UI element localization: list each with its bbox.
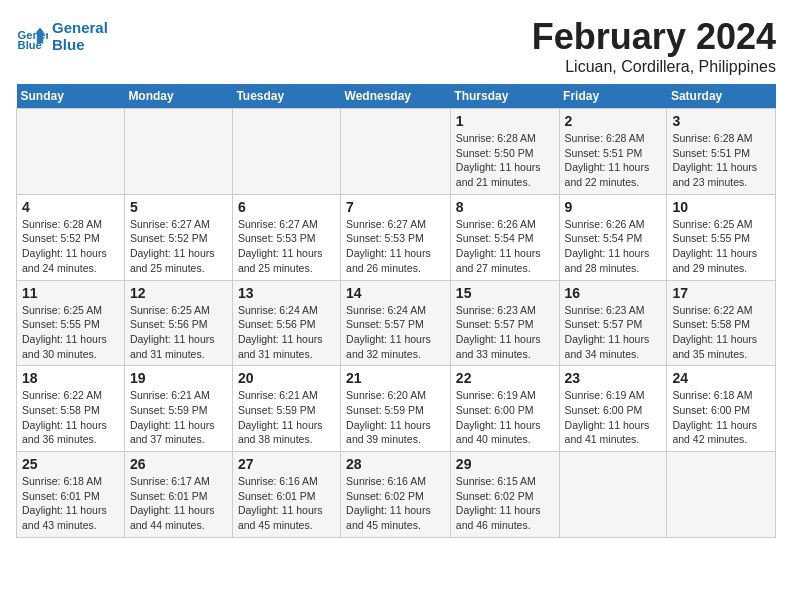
day-info: Sunrise: 6:16 AM Sunset: 6:02 PM Dayligh… xyxy=(346,474,445,533)
calendar-cell: 21Sunrise: 6:20 AM Sunset: 5:59 PM Dayli… xyxy=(341,366,451,452)
day-number: 1 xyxy=(456,113,554,129)
day-number: 20 xyxy=(238,370,335,386)
weekday-header: Tuesday xyxy=(232,84,340,109)
logo: General Blue General Blue xyxy=(16,20,108,53)
day-info: Sunrise: 6:27 AM Sunset: 5:53 PM Dayligh… xyxy=(238,217,335,276)
day-number: 15 xyxy=(456,285,554,301)
calendar-cell: 15Sunrise: 6:23 AM Sunset: 5:57 PM Dayli… xyxy=(450,280,559,366)
logo-icon: General Blue xyxy=(16,21,48,53)
day-info: Sunrise: 6:26 AM Sunset: 5:54 PM Dayligh… xyxy=(456,217,554,276)
calendar-cell xyxy=(17,109,125,195)
day-number: 19 xyxy=(130,370,227,386)
weekday-header: Friday xyxy=(559,84,667,109)
day-number: 5 xyxy=(130,199,227,215)
calendar-cell xyxy=(667,452,776,538)
calendar-cell: 11Sunrise: 6:25 AM Sunset: 5:55 PM Dayli… xyxy=(17,280,125,366)
day-info: Sunrise: 6:22 AM Sunset: 5:58 PM Dayligh… xyxy=(672,303,770,362)
calendar-cell xyxy=(124,109,232,195)
weekday-header: Thursday xyxy=(450,84,559,109)
calendar-cell: 5Sunrise: 6:27 AM Sunset: 5:52 PM Daylig… xyxy=(124,194,232,280)
day-number: 4 xyxy=(22,199,119,215)
logo-line1: General xyxy=(52,20,108,37)
day-number: 10 xyxy=(672,199,770,215)
day-number: 18 xyxy=(22,370,119,386)
day-info: Sunrise: 6:25 AM Sunset: 5:55 PM Dayligh… xyxy=(672,217,770,276)
calendar-week-row: 11Sunrise: 6:25 AM Sunset: 5:55 PM Dayli… xyxy=(17,280,776,366)
calendar-cell: 4Sunrise: 6:28 AM Sunset: 5:52 PM Daylig… xyxy=(17,194,125,280)
calendar-cell: 18Sunrise: 6:22 AM Sunset: 5:58 PM Dayli… xyxy=(17,366,125,452)
day-number: 14 xyxy=(346,285,445,301)
calendar-table: SundayMondayTuesdayWednesdayThursdayFrid… xyxy=(16,84,776,538)
day-number: 21 xyxy=(346,370,445,386)
day-info: Sunrise: 6:19 AM Sunset: 6:00 PM Dayligh… xyxy=(456,388,554,447)
day-number: 22 xyxy=(456,370,554,386)
calendar-cell: 3Sunrise: 6:28 AM Sunset: 5:51 PM Daylig… xyxy=(667,109,776,195)
page-title: February 2024 xyxy=(532,16,776,58)
day-info: Sunrise: 6:16 AM Sunset: 6:01 PM Dayligh… xyxy=(238,474,335,533)
day-number: 17 xyxy=(672,285,770,301)
day-info: Sunrise: 6:15 AM Sunset: 6:02 PM Dayligh… xyxy=(456,474,554,533)
day-info: Sunrise: 6:25 AM Sunset: 5:56 PM Dayligh… xyxy=(130,303,227,362)
day-number: 9 xyxy=(565,199,662,215)
day-info: Sunrise: 6:28 AM Sunset: 5:52 PM Dayligh… xyxy=(22,217,119,276)
calendar-cell: 7Sunrise: 6:27 AM Sunset: 5:53 PM Daylig… xyxy=(341,194,451,280)
day-number: 24 xyxy=(672,370,770,386)
calendar-week-row: 1Sunrise: 6:28 AM Sunset: 5:50 PM Daylig… xyxy=(17,109,776,195)
day-number: 26 xyxy=(130,456,227,472)
day-info: Sunrise: 6:25 AM Sunset: 5:55 PM Dayligh… xyxy=(22,303,119,362)
day-info: Sunrise: 6:28 AM Sunset: 5:50 PM Dayligh… xyxy=(456,131,554,190)
day-number: 29 xyxy=(456,456,554,472)
calendar-header: SundayMondayTuesdayWednesdayThursdayFrid… xyxy=(17,84,776,109)
calendar-cell: 8Sunrise: 6:26 AM Sunset: 5:54 PM Daylig… xyxy=(450,194,559,280)
day-info: Sunrise: 6:20 AM Sunset: 5:59 PM Dayligh… xyxy=(346,388,445,447)
calendar-cell: 20Sunrise: 6:21 AM Sunset: 5:59 PM Dayli… xyxy=(232,366,340,452)
day-info: Sunrise: 6:27 AM Sunset: 5:53 PM Dayligh… xyxy=(346,217,445,276)
day-info: Sunrise: 6:22 AM Sunset: 5:58 PM Dayligh… xyxy=(22,388,119,447)
day-info: Sunrise: 6:18 AM Sunset: 6:01 PM Dayligh… xyxy=(22,474,119,533)
calendar-cell xyxy=(341,109,451,195)
day-info: Sunrise: 6:28 AM Sunset: 5:51 PM Dayligh… xyxy=(565,131,662,190)
day-number: 6 xyxy=(238,199,335,215)
calendar-week-row: 25Sunrise: 6:18 AM Sunset: 6:01 PM Dayli… xyxy=(17,452,776,538)
calendar-cell: 29Sunrise: 6:15 AM Sunset: 6:02 PM Dayli… xyxy=(450,452,559,538)
day-number: 23 xyxy=(565,370,662,386)
calendar-cell: 27Sunrise: 6:16 AM Sunset: 6:01 PM Dayli… xyxy=(232,452,340,538)
calendar-cell: 19Sunrise: 6:21 AM Sunset: 5:59 PM Dayli… xyxy=(124,366,232,452)
calendar-cell: 23Sunrise: 6:19 AM Sunset: 6:00 PM Dayli… xyxy=(559,366,667,452)
calendar-cell: 14Sunrise: 6:24 AM Sunset: 5:57 PM Dayli… xyxy=(341,280,451,366)
day-info: Sunrise: 6:28 AM Sunset: 5:51 PM Dayligh… xyxy=(672,131,770,190)
calendar-cell: 6Sunrise: 6:27 AM Sunset: 5:53 PM Daylig… xyxy=(232,194,340,280)
logo-line2: Blue xyxy=(52,37,108,54)
weekday-header: Sunday xyxy=(17,84,125,109)
day-number: 27 xyxy=(238,456,335,472)
day-info: Sunrise: 6:18 AM Sunset: 6:00 PM Dayligh… xyxy=(672,388,770,447)
calendar-week-row: 4Sunrise: 6:28 AM Sunset: 5:52 PM Daylig… xyxy=(17,194,776,280)
day-info: Sunrise: 6:21 AM Sunset: 5:59 PM Dayligh… xyxy=(130,388,227,447)
calendar-cell: 25Sunrise: 6:18 AM Sunset: 6:01 PM Dayli… xyxy=(17,452,125,538)
calendar-cell xyxy=(559,452,667,538)
calendar-cell: 9Sunrise: 6:26 AM Sunset: 5:54 PM Daylig… xyxy=(559,194,667,280)
calendar-cell: 17Sunrise: 6:22 AM Sunset: 5:58 PM Dayli… xyxy=(667,280,776,366)
day-info: Sunrise: 6:23 AM Sunset: 5:57 PM Dayligh… xyxy=(565,303,662,362)
calendar-cell: 24Sunrise: 6:18 AM Sunset: 6:00 PM Dayli… xyxy=(667,366,776,452)
calendar-cell: 22Sunrise: 6:19 AM Sunset: 6:00 PM Dayli… xyxy=(450,366,559,452)
day-number: 8 xyxy=(456,199,554,215)
day-info: Sunrise: 6:24 AM Sunset: 5:57 PM Dayligh… xyxy=(346,303,445,362)
day-number: 13 xyxy=(238,285,335,301)
calendar-cell: 10Sunrise: 6:25 AM Sunset: 5:55 PM Dayli… xyxy=(667,194,776,280)
calendar-week-row: 18Sunrise: 6:22 AM Sunset: 5:58 PM Dayli… xyxy=(17,366,776,452)
calendar-cell: 12Sunrise: 6:25 AM Sunset: 5:56 PM Dayli… xyxy=(124,280,232,366)
day-number: 2 xyxy=(565,113,662,129)
page-subtitle: Licuan, Cordillera, Philippines xyxy=(532,58,776,76)
day-info: Sunrise: 6:19 AM Sunset: 6:00 PM Dayligh… xyxy=(565,388,662,447)
title-block: February 2024 Licuan, Cordillera, Philip… xyxy=(532,16,776,76)
calendar-cell: 2Sunrise: 6:28 AM Sunset: 5:51 PM Daylig… xyxy=(559,109,667,195)
day-number: 7 xyxy=(346,199,445,215)
weekday-header: Wednesday xyxy=(341,84,451,109)
calendar-body: 1Sunrise: 6:28 AM Sunset: 5:50 PM Daylig… xyxy=(17,109,776,538)
calendar-cell xyxy=(232,109,340,195)
day-info: Sunrise: 6:27 AM Sunset: 5:52 PM Dayligh… xyxy=(130,217,227,276)
day-info: Sunrise: 6:23 AM Sunset: 5:57 PM Dayligh… xyxy=(456,303,554,362)
day-number: 12 xyxy=(130,285,227,301)
weekday-header-row: SundayMondayTuesdayWednesdayThursdayFrid… xyxy=(17,84,776,109)
